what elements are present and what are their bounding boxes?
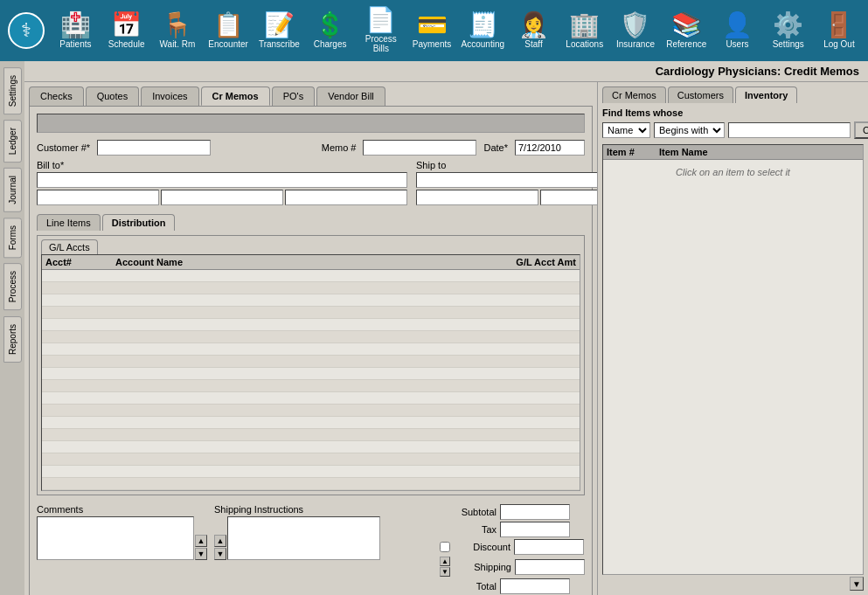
- tab-quotes[interactable]: Quotes: [86, 86, 139, 106]
- ship-to-city[interactable]: [416, 190, 538, 205]
- bill-to-label: Bill to*: [37, 160, 407, 170]
- ship-to-label: Ship to: [416, 160, 597, 170]
- discount-input[interactable]: [514, 539, 584, 555]
- charges-icon: 💲: [315, 13, 345, 38]
- sidebar-forms[interactable]: Forms: [3, 218, 22, 258]
- find-condition-select[interactable]: Begins with Contains Equals: [654, 122, 725, 138]
- discount-checkbox[interactable]: [440, 542, 450, 552]
- accounting-icon: 🧾: [468, 13, 498, 38]
- tab-checks[interactable]: Checks: [29, 86, 84, 106]
- col-acct-num: Acct#: [45, 257, 115, 267]
- memo-input[interactable]: [363, 140, 476, 156]
- clear-button[interactable]: Clear: [854, 121, 868, 139]
- total-input[interactable]: [500, 578, 570, 594]
- comments-scroll-up[interactable]: ▲: [195, 535, 207, 547]
- find-title: Find Items whose: [602, 107, 864, 118]
- toolbar-process-bills[interactable]: 📄 Process Bills: [357, 4, 406, 57]
- sidebar-process[interactable]: Process: [3, 263, 22, 310]
- toolbar-staff[interactable]: 👩‍⚕️ Staff: [509, 10, 558, 52]
- shipping-scroll-down[interactable]: ▼: [214, 548, 226, 560]
- subtotal-label: Subtotal: [440, 507, 496, 517]
- tab-cr-memos[interactable]: Cr Memos: [201, 86, 270, 106]
- customer-input[interactable]: [97, 140, 211, 156]
- memo-label: Memo #: [322, 142, 357, 153]
- app-logo: ⚕: [4, 9, 49, 52]
- comments-block: Comments ▲ ▼: [37, 504, 207, 560]
- ship-to-line1[interactable]: [416, 172, 597, 188]
- tab-line-items[interactable]: Line Items: [37, 214, 101, 231]
- left-panel: Checks Quotes Invoices Cr Memos PO's Ven…: [24, 82, 597, 595]
- main-area: Cardiology Physicians: Credit Memos Chec…: [24, 61, 868, 595]
- toolbar-settings[interactable]: ⚙️ Settings: [764, 10, 813, 52]
- toolbar-reference[interactable]: 📚 Reference: [662, 10, 711, 52]
- find-section: Find Items whose Name Item # Begins with…: [602, 107, 864, 139]
- tab-distribution[interactable]: Distribution: [102, 214, 176, 231]
- toolbar-charges[interactable]: 💲 Charges: [305, 10, 354, 52]
- toolbar-payments[interactable]: 💳 Payments: [407, 10, 456, 52]
- col-gl-acct-amt: G/L Acct Amt: [471, 257, 576, 267]
- tab-invoices[interactable]: Invoices: [141, 86, 198, 106]
- find-value-input[interactable]: [728, 122, 851, 138]
- bill-to-line1[interactable]: [37, 172, 407, 188]
- form-area: Customer #* Memo # Date* Bill to*: [29, 106, 593, 595]
- sidebar-ledger[interactable]: Ledger: [3, 120, 22, 163]
- toolbar-transcribe[interactable]: 📝 Transcribe: [254, 10, 303, 52]
- subtotal-input[interactable]: [500, 504, 570, 520]
- shipping-total-down[interactable]: ▼: [440, 567, 450, 577]
- totals-block: Subtotal Tax Discount: [440, 504, 585, 594]
- shipping-total-label: Shipping: [455, 562, 511, 572]
- process-bills-icon: 📄: [365, 8, 396, 32]
- svg-text:⚕: ⚕: [21, 19, 31, 41]
- discount-row: Discount: [440, 539, 585, 555]
- shipping-total-row: ▲ ▼ Shipping: [440, 557, 585, 577]
- patients-icon: 🏥: [60, 13, 91, 38]
- content-split: Checks Quotes Invoices Cr Memos PO's Ven…: [24, 82, 868, 595]
- bill-to-state[interactable]: [161, 190, 283, 205]
- ship-to-block: Ship to: [416, 160, 597, 205]
- discount-label: Discount: [454, 542, 510, 552]
- right-tab-cr-memos[interactable]: Cr Memos: [602, 86, 666, 103]
- staff-icon: 👩‍⚕️: [518, 13, 549, 38]
- toolbar-schedule[interactable]: 📅 Schedule: [102, 10, 151, 52]
- date-input[interactable]: [515, 140, 585, 156]
- find-row: Name Item # Begins with Contains Equals …: [602, 121, 864, 139]
- tax-label: Tax: [440, 524, 496, 535]
- bill-to-city[interactable]: [37, 190, 159, 205]
- shipping-total-input[interactable]: [515, 559, 585, 575]
- tab-pos[interactable]: PO's: [272, 86, 316, 106]
- toolbar-patients[interactable]: 🏥 Patients: [51, 10, 100, 52]
- comments-scroll-down[interactable]: ▼: [195, 548, 207, 560]
- find-field-select[interactable]: Name Item #: [602, 122, 650, 138]
- right-tab-inventory[interactable]: Inventory: [735, 86, 798, 103]
- tax-input[interactable]: [500, 522, 570, 537]
- shipping-scroll-up[interactable]: ▲: [214, 535, 226, 547]
- payments-icon: 💳: [417, 13, 448, 38]
- sidebar-journal[interactable]: Journal: [3, 168, 22, 212]
- bill-to-zip[interactable]: [285, 190, 407, 205]
- toolbar-encounter[interactable]: 📋 Encounter: [204, 10, 253, 52]
- toolbar-users[interactable]: 👤 Users: [712, 10, 761, 52]
- shipping-label: Shipping Instructions: [214, 504, 380, 515]
- right-panel-scroll-down[interactable]: ▼: [850, 577, 864, 591]
- toolbar-locations[interactable]: 🏢 Locations: [560, 10, 609, 52]
- tab-vendor-bill[interactable]: Vendor Bill: [316, 86, 385, 106]
- sidebar-reports[interactable]: Reports: [3, 316, 22, 363]
- ship-to-state[interactable]: [540, 190, 597, 205]
- col-item-num: Item #: [607, 147, 659, 157]
- gl-tab-bar: G/L Accts: [41, 239, 580, 254]
- sidebar-settings[interactable]: Settings: [3, 67, 22, 114]
- toolbar-waitrm[interactable]: 🪑 Wait. Rm: [153, 10, 202, 52]
- insurance-icon: 🛡️: [620, 13, 650, 38]
- shipping-textarea[interactable]: [227, 516, 380, 560]
- shipping-total-up[interactable]: ▲: [440, 557, 450, 566]
- distribution-content: G/L Accts Acct# Account Name G/L Acct Am…: [37, 235, 585, 495]
- toolbar-accounting[interactable]: 🧾 Accounting: [458, 10, 507, 52]
- right-tab-customers[interactable]: Customers: [668, 86, 733, 103]
- reference-icon: 📚: [671, 13, 702, 38]
- inventory-empty-message: Click on an item to select it: [603, 160, 863, 184]
- gl-table-body: [42, 270, 580, 490]
- gl-accts-tab[interactable]: G/L Accts: [41, 239, 98, 254]
- toolbar-logout[interactable]: 🚪 Log Out: [815, 10, 864, 52]
- toolbar-insurance[interactable]: 🛡️ Insurance: [611, 10, 660, 52]
- comments-textarea[interactable]: [37, 516, 194, 560]
